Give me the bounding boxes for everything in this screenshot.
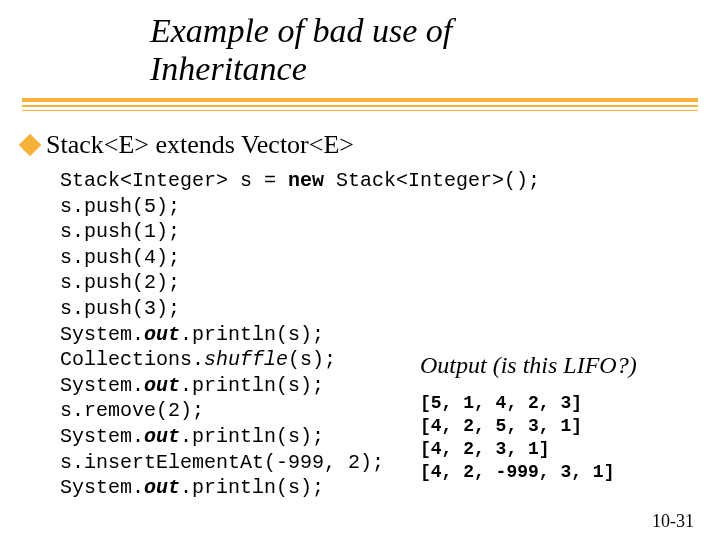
output-block: [5, 1, 4, 2, 3] [4, 2, 5, 3, 1] [4, 2, 3… <box>420 392 614 484</box>
code-l8-em: shuffle <box>204 348 288 371</box>
code-l11-b: .println(s); <box>180 425 324 448</box>
output-line-3: [4, 2, 3, 1] <box>420 439 550 459</box>
code-l7-a: System. <box>60 323 144 346</box>
underline-thin <box>22 110 698 111</box>
code-l11-a: System. <box>60 425 144 448</box>
code-l5: s.push(2); <box>60 271 180 294</box>
code-l8-a: Collections. <box>60 348 204 371</box>
code-l12: s.insertElementAt(-999, 2); <box>60 451 384 474</box>
code-l9-em: out <box>144 374 180 397</box>
title-line-2: Inheritance <box>150 50 650 88</box>
title-underline-decor <box>22 98 698 111</box>
code-l13-em: out <box>144 476 180 499</box>
code-l13-b: .println(s); <box>180 476 324 499</box>
output-label: Output (is this LIFO?) <box>420 352 637 379</box>
page-number: 10-31 <box>652 511 694 532</box>
bullet-row: Stack<E> extends Vector<E> <box>22 130 354 160</box>
code-l8-b: (s); <box>288 348 336 371</box>
code-l1-a: Stack<Integer> s = <box>60 169 288 192</box>
code-l7-em: out <box>144 323 180 346</box>
code-l2: s.push(5); <box>60 195 180 218</box>
underline-medium <box>22 105 698 107</box>
code-l4: s.push(4); <box>60 246 180 269</box>
code-l13-a: System. <box>60 476 144 499</box>
title-line-1: Example of bad use of <box>150 12 650 50</box>
code-l10: s.remove(2); <box>60 399 204 422</box>
code-l9-b: .println(s); <box>180 374 324 397</box>
code-l7-b: .println(s); <box>180 323 324 346</box>
slide-title: Example of bad use of Inheritance <box>150 12 650 88</box>
output-line-4: [4, 2, -999, 3, 1] <box>420 462 614 482</box>
diamond-bullet-icon <box>19 134 42 157</box>
code-l1-kw: new <box>288 169 324 192</box>
code-l1-b: Stack<Integer>(); <box>324 169 540 192</box>
underline-thick <box>22 98 698 102</box>
code-l9-a: System. <box>60 374 144 397</box>
code-l6: s.push(3); <box>60 297 180 320</box>
slide: Example of bad use of Inheritance Stack<… <box>0 0 720 540</box>
code-l3: s.push(1); <box>60 220 180 243</box>
output-line-1: [5, 1, 4, 2, 3] <box>420 393 582 413</box>
bullet-text: Stack<E> extends Vector<E> <box>46 130 354 160</box>
code-l11-em: out <box>144 425 180 448</box>
output-line-2: [4, 2, 5, 3, 1] <box>420 416 582 436</box>
